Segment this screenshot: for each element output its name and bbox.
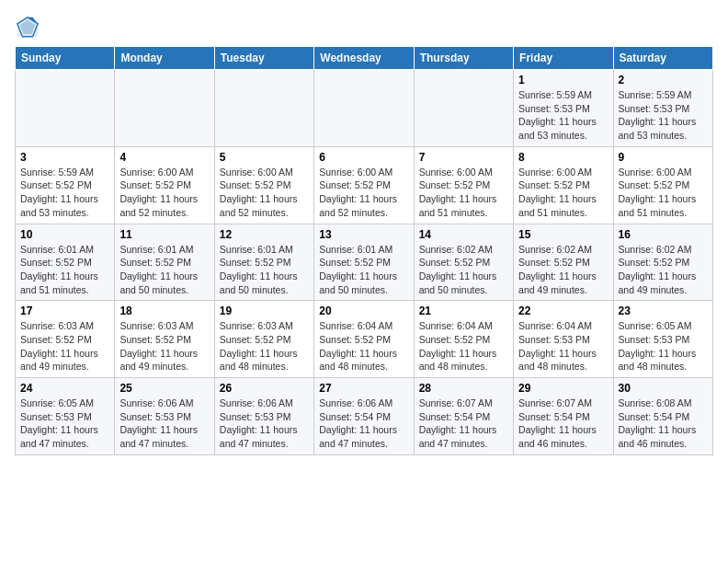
day-number: 16 — [619, 228, 708, 241]
day-number: 20 — [319, 304, 408, 317]
calendar-cell: 13Sunrise: 6:01 AM Sunset: 5:52 PM Dayli… — [314, 224, 414, 301]
calendar-cell: 17Sunrise: 6:03 AM Sunset: 5:52 PM Dayli… — [16, 301, 115, 378]
calendar-week-5: 24Sunrise: 6:05 AM Sunset: 5:53 PM Dayli… — [16, 378, 713, 455]
calendar-cell: 5Sunrise: 6:00 AM Sunset: 5:52 PM Daylig… — [214, 146, 313, 224]
day-detail: Sunrise: 6:01 AM Sunset: 5:52 PM Dayligh… — [20, 243, 109, 297]
day-detail: Sunrise: 6:02 AM Sunset: 5:52 PM Dayligh… — [518, 243, 608, 297]
calendar-cell: 30Sunrise: 6:08 AM Sunset: 5:54 PM Dayli… — [613, 378, 712, 455]
calendar: SundayMondayTuesdayWednesdayThursdayFrid… — [15, 46, 713, 455]
day-number: 30 — [619, 382, 708, 395]
day-number: 10 — [20, 228, 109, 241]
day-detail: Sunrise: 6:06 AM Sunset: 5:54 PM Dayligh… — [319, 396, 408, 451]
day-detail: Sunrise: 5:59 AM Sunset: 5:53 PM Dayligh… — [518, 88, 608, 143]
day-number: 28 — [419, 382, 508, 395]
page: SundayMondayTuesdayWednesdayThursdayFrid… — [0, 0, 728, 470]
calendar-cell — [115, 70, 214, 147]
calendar-cell: 4Sunrise: 6:00 AM Sunset: 5:52 PM Daylig… — [115, 146, 214, 224]
day-number: 5 — [220, 151, 309, 164]
day-detail: Sunrise: 6:02 AM Sunset: 5:52 PM Dayligh… — [619, 243, 708, 297]
calendar-cell: 27Sunrise: 6:06 AM Sunset: 5:54 PM Dayli… — [314, 378, 414, 455]
day-detail: Sunrise: 6:07 AM Sunset: 5:54 PM Dayligh… — [518, 396, 608, 451]
calendar-cell: 16Sunrise: 6:02 AM Sunset: 5:52 PM Dayli… — [613, 224, 712, 301]
day-number: 21 — [419, 304, 508, 317]
calendar-cell: 22Sunrise: 6:04 AM Sunset: 5:53 PM Dayli… — [514, 301, 613, 378]
day-detail: Sunrise: 6:00 AM Sunset: 5:52 PM Dayligh… — [319, 166, 408, 220]
calendar-cell: 20Sunrise: 6:04 AM Sunset: 5:52 PM Dayli… — [314, 301, 414, 378]
day-number: 6 — [319, 151, 408, 164]
calendar-week-3: 10Sunrise: 6:01 AM Sunset: 5:52 PM Dayli… — [16, 224, 713, 301]
day-detail: Sunrise: 6:00 AM Sunset: 5:52 PM Dayligh… — [119, 166, 209, 220]
calendar-cell: 25Sunrise: 6:06 AM Sunset: 5:53 PM Dayli… — [115, 378, 214, 455]
day-detail: Sunrise: 6:04 AM Sunset: 5:52 PM Dayligh… — [419, 319, 508, 373]
day-number: 27 — [319, 382, 408, 395]
day-detail: Sunrise: 6:07 AM Sunset: 5:54 PM Dayligh… — [419, 396, 508, 451]
header — [15, 15, 713, 40]
calendar-cell: 1Sunrise: 5:59 AM Sunset: 5:53 PM Daylig… — [514, 70, 613, 147]
day-number: 9 — [619, 151, 708, 164]
day-detail: Sunrise: 6:05 AM Sunset: 5:53 PM Dayligh… — [619, 319, 708, 373]
day-detail: Sunrise: 6:06 AM Sunset: 5:53 PM Dayligh… — [220, 396, 309, 451]
calendar-header-friday: Friday — [514, 47, 613, 70]
day-detail: Sunrise: 6:01 AM Sunset: 5:52 PM Dayligh… — [119, 243, 209, 297]
day-number: 1 — [518, 74, 608, 86]
calendar-cell — [414, 70, 513, 147]
calendar-cell — [314, 70, 414, 147]
day-detail: Sunrise: 5:59 AM Sunset: 5:53 PM Dayligh… — [619, 88, 708, 143]
day-detail: Sunrise: 5:59 AM Sunset: 5:52 PM Dayligh… — [20, 166, 109, 220]
day-number: 8 — [518, 151, 608, 164]
day-detail: Sunrise: 6:03 AM Sunset: 5:52 PM Dayligh… — [220, 319, 309, 373]
calendar-cell: 10Sunrise: 6:01 AM Sunset: 5:52 PM Dayli… — [16, 224, 115, 301]
day-number: 19 — [220, 304, 309, 317]
calendar-cell: 18Sunrise: 6:03 AM Sunset: 5:52 PM Dayli… — [115, 301, 214, 378]
day-detail: Sunrise: 6:02 AM Sunset: 5:52 PM Dayligh… — [419, 243, 508, 297]
day-number: 12 — [220, 228, 309, 241]
calendar-week-2: 3Sunrise: 5:59 AM Sunset: 5:52 PM Daylig… — [16, 146, 713, 224]
calendar-cell: 26Sunrise: 6:06 AM Sunset: 5:53 PM Dayli… — [214, 378, 313, 455]
calendar-cell: 15Sunrise: 6:02 AM Sunset: 5:52 PM Dayli… — [514, 224, 613, 301]
day-number: 25 — [119, 382, 209, 395]
day-detail: Sunrise: 6:03 AM Sunset: 5:52 PM Dayligh… — [119, 319, 209, 373]
day-detail: Sunrise: 6:01 AM Sunset: 5:52 PM Dayligh… — [220, 243, 309, 297]
day-number: 24 — [20, 382, 109, 395]
logo-icon — [15, 15, 40, 40]
calendar-cell: 3Sunrise: 5:59 AM Sunset: 5:52 PM Daylig… — [16, 146, 115, 224]
calendar-cell: 7Sunrise: 6:00 AM Sunset: 5:52 PM Daylig… — [414, 146, 513, 224]
calendar-cell: 14Sunrise: 6:02 AM Sunset: 5:52 PM Dayli… — [414, 224, 513, 301]
day-detail: Sunrise: 6:03 AM Sunset: 5:52 PM Dayligh… — [20, 319, 109, 373]
calendar-week-1: 1Sunrise: 5:59 AM Sunset: 5:53 PM Daylig… — [16, 70, 713, 147]
calendar-header-tuesday: Tuesday — [214, 47, 313, 70]
calendar-cell — [16, 70, 115, 147]
day-number: 15 — [518, 228, 608, 241]
calendar-cell: 11Sunrise: 6:01 AM Sunset: 5:52 PM Dayli… — [115, 224, 214, 301]
calendar-header-saturday: Saturday — [613, 47, 712, 70]
calendar-cell: 8Sunrise: 6:00 AM Sunset: 5:52 PM Daylig… — [514, 146, 613, 224]
day-number: 18 — [119, 304, 209, 317]
day-number: 23 — [619, 304, 708, 317]
calendar-cell: 12Sunrise: 6:01 AM Sunset: 5:52 PM Dayli… — [214, 224, 313, 301]
day-number: 4 — [119, 151, 209, 164]
calendar-header-row: SundayMondayTuesdayWednesdayThursdayFrid… — [16, 47, 713, 70]
day-detail: Sunrise: 6:04 AM Sunset: 5:52 PM Dayligh… — [319, 319, 408, 373]
calendar-cell: 9Sunrise: 6:00 AM Sunset: 5:52 PM Daylig… — [613, 146, 712, 224]
day-number: 29 — [518, 382, 608, 395]
calendar-header-thursday: Thursday — [414, 47, 513, 70]
day-detail: Sunrise: 6:06 AM Sunset: 5:53 PM Dayligh… — [119, 396, 209, 451]
calendar-cell: 23Sunrise: 6:05 AM Sunset: 5:53 PM Dayli… — [613, 301, 712, 378]
day-number: 7 — [419, 151, 508, 164]
calendar-cell: 28Sunrise: 6:07 AM Sunset: 5:54 PM Dayli… — [414, 378, 513, 455]
day-number: 17 — [20, 304, 109, 317]
calendar-cell: 6Sunrise: 6:00 AM Sunset: 5:52 PM Daylig… — [314, 146, 414, 224]
day-number: 3 — [20, 151, 109, 164]
day-detail: Sunrise: 6:05 AM Sunset: 5:53 PM Dayligh… — [20, 396, 109, 451]
day-number: 11 — [119, 228, 209, 241]
day-detail: Sunrise: 6:00 AM Sunset: 5:52 PM Dayligh… — [518, 166, 608, 220]
day-detail: Sunrise: 6:00 AM Sunset: 5:52 PM Dayligh… — [220, 166, 309, 220]
day-number: 22 — [518, 304, 608, 317]
day-number: 14 — [419, 228, 508, 241]
calendar-cell — [214, 70, 313, 147]
day-detail: Sunrise: 6:08 AM Sunset: 5:54 PM Dayligh… — [619, 396, 708, 451]
day-number: 26 — [220, 382, 309, 395]
day-detail: Sunrise: 6:01 AM Sunset: 5:52 PM Dayligh… — [319, 243, 408, 297]
day-detail: Sunrise: 6:00 AM Sunset: 5:52 PM Dayligh… — [619, 166, 708, 220]
calendar-cell: 2Sunrise: 5:59 AM Sunset: 5:53 PM Daylig… — [613, 70, 712, 147]
